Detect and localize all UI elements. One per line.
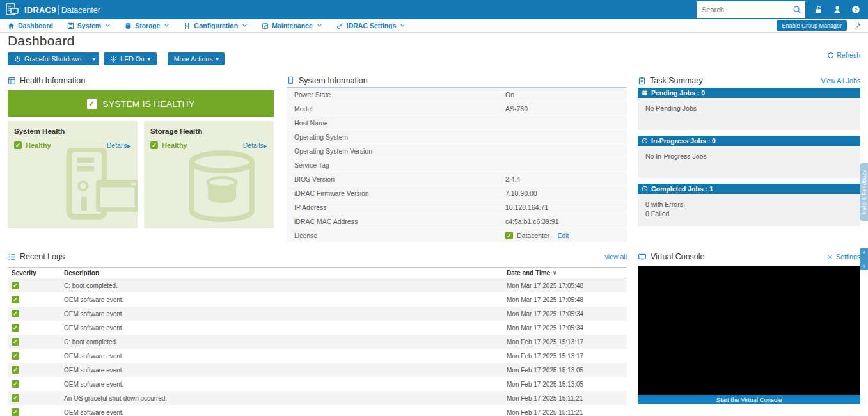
log-datetime: Mon Mar 17 2025 17:05:34 — [507, 310, 627, 317]
sysinfo-label: Operating System Version — [294, 147, 505, 155]
search-box[interactable] — [697, 1, 805, 18]
sysinfo-row-host-name: Host Name — [287, 116, 627, 130]
license-value: Datacenter — [517, 232, 549, 239]
health-panel-title: Health Information — [20, 76, 85, 85]
chevron-down-icon — [400, 22, 406, 29]
log-description: An OS graceful shut-down occurred. — [64, 395, 507, 402]
view-all-jobs-link[interactable]: View All Jobs — [821, 77, 860, 84]
recent-logs-panel: Recent Logs view all Severity Descriptio… — [8, 250, 627, 416]
severity-ok-icon: ✓ — [12, 408, 19, 416]
clock-icon — [642, 138, 648, 144]
start-virtual-console-button[interactable]: Start the Virtual Console — [638, 395, 860, 404]
clock-icon — [642, 186, 648, 192]
storage-health-check-icon: ✓ — [150, 141, 158, 149]
log-description: OEM software event. — [64, 296, 507, 303]
led-on-button[interactable]: LED On ▾ — [104, 52, 156, 65]
nav-item-dashboard[interactable]: Dashboard — [8, 22, 53, 29]
system-health-details-link[interactable]: Details▶ — [107, 141, 131, 149]
log-row[interactable]: ✓OEM software event.Mon Feb 17 2025 15:1… — [8, 405, 627, 416]
system-icon — [67, 22, 74, 29]
svg-text:?: ? — [855, 7, 858, 13]
task-section-title: Pending Jobs : 0 — [651, 89, 705, 97]
banner-check-icon: ✓ — [87, 99, 97, 109]
log-datetime: Mon Feb 17 2025 15:13:05 — [507, 381, 627, 388]
logs-col-datetime[interactable]: Date and Time ∨ — [507, 269, 627, 276]
unlock-icon[interactable] — [814, 5, 823, 14]
virtual-console-panel: Virtual Console Settings Start the Virtu… — [638, 250, 860, 404]
virtual-console-icon — [638, 253, 647, 261]
virtual-console-screen — [638, 266, 860, 395]
sysinfo-value: 10.128.164.71 — [505, 204, 548, 211]
system-health-check-icon: ✓ — [14, 141, 22, 149]
search-input[interactable] — [702, 6, 793, 13]
scroll-up-icon[interactable]: ∧ — [862, 250, 865, 255]
severity-ok-icon: ✓ — [12, 366, 19, 374]
task-section-header: In-Progress Jobs : 0 — [638, 136, 860, 146]
key-icon — [336, 22, 343, 29]
nav-item-maintenance[interactable]: Maintenance — [262, 22, 322, 29]
log-datetime: Mon Mar 17 2025 17:05:48 — [507, 282, 627, 289]
sysinfo-row-bios-version: BIOS Version2.4.4 — [287, 172, 627, 186]
nav-item-idrac-settings[interactable]: iDRAC Settings — [336, 22, 406, 29]
chevron-down-icon — [317, 22, 322, 29]
log-row[interactable]: ✓OEM software event.Mon Mar 17 2025 17:0… — [8, 321, 627, 335]
storage-watermark-icon — [184, 148, 260, 223]
log-datetime: Mon Feb 17 2025 15:13:17 — [507, 353, 627, 360]
log-description: C: boot completed. — [64, 282, 507, 289]
system-health-title: System Health — [14, 127, 131, 135]
main-nav: DashboardSystemStorageConfigurationMaint… — [0, 19, 868, 33]
enable-group-manager-button[interactable]: Enable Group Manager — [777, 20, 847, 31]
log-row[interactable]: ✓OEM software event.Mon Mar 17 2025 17:0… — [8, 307, 627, 321]
log-row[interactable]: ✓OEM software event.Mon Feb 17 2025 15:1… — [8, 363, 627, 377]
sysinfo-row-idrac-firmware-version: iDRAC Firmware Version7.10.90.00 — [287, 186, 627, 200]
help-feedback-tab[interactable]: Help & Feedback — [860, 163, 868, 221]
severity-ok-icon: ✓ — [12, 338, 19, 346]
severity-ok-icon: ✓ — [12, 352, 19, 360]
idrac-logo-icon — [5, 3, 19, 17]
system-info-icon — [287, 76, 295, 84]
task-section-completed-jobs: Completed Jobs : 10 with Errors0 Failed — [638, 184, 860, 226]
nav-item-configuration[interactable]: Configuration — [184, 22, 248, 29]
sort-chevron-icon: ∨ — [553, 270, 556, 276]
log-row[interactable]: ✓An OS graceful shut-down occurred.Mon F… — [8, 391, 627, 405]
graceful-shutdown-button[interactable]: Graceful Shutdown — [8, 52, 88, 65]
system-healthy-banner: ✓ SYSTEM IS HEALTHY — [8, 90, 274, 117]
chevron-down-icon — [164, 22, 170, 29]
log-row[interactable]: ✓C: boot completed.Mon Feb 17 2025 15:13… — [8, 335, 627, 349]
scroll-down-icon[interactable]: ∨ — [862, 264, 865, 269]
console-settings-link[interactable]: Settings — [826, 253, 860, 260]
user-icon[interactable] — [833, 5, 842, 14]
task-section-body: No Pending Jobs — [638, 98, 860, 130]
search-icon[interactable] — [793, 5, 801, 14]
graceful-shutdown-dropdown[interactable]: ▾ — [88, 52, 99, 65]
pin-icon[interactable] — [853, 22, 862, 30]
task-section-title: Completed Jobs : 1 — [651, 185, 713, 193]
log-row[interactable]: ✓OEM software event.Mon Mar 17 2025 17:0… — [8, 292, 627, 307]
scroll-widget[interactable]: ∧ ∨ — [860, 248, 868, 270]
log-row[interactable]: ✓OEM software event.Mon Feb 17 2025 15:1… — [8, 377, 627, 391]
task-section-title: In-Progress Jobs : 0 — [651, 137, 716, 145]
sysinfo-row-model: ModelAS-760 — [287, 102, 627, 116]
log-row[interactable]: ✓C: boot completed.Mon Mar 17 2025 17:05… — [8, 278, 627, 292]
led-icon — [110, 56, 117, 63]
more-actions-button[interactable]: More Actions ▾ — [168, 52, 225, 65]
sysinfo-label: Power State — [294, 91, 505, 99]
license-check-icon: ✓ — [505, 232, 513, 239]
logs-view-all-link[interactable]: view all — [605, 253, 627, 260]
sysinfo-row-power-state: Power StateOn — [287, 88, 627, 102]
nav-item-system[interactable]: System — [67, 22, 111, 29]
storage-health-title: Storage Health — [150, 127, 267, 135]
task-section-header: Pending Jobs : 0 — [638, 88, 860, 98]
help-icon[interactable]: ? — [851, 5, 860, 14]
task-summary-panel: Task Summary View All Jobs Pending Jobs … — [638, 74, 860, 232]
task-section-body: 0 with Errors0 Failed — [638, 194, 860, 226]
sysinfo-label: iDRAC MAC Address — [294, 218, 505, 225]
log-row[interactable]: ✓OEM software event.Mon Feb 17 2025 15:1… — [8, 349, 627, 363]
license-edit-link[interactable]: Edit — [557, 232, 569, 239]
system-health-status: Healthy — [26, 141, 51, 149]
sysinfo-value: 7.10.90.00 — [505, 189, 537, 197]
nav-item-storage[interactable]: Storage — [125, 22, 170, 29]
storage-health-details-link[interactable]: Details▶ — [243, 141, 267, 149]
nav-item-label: System — [77, 22, 101, 29]
refresh-link[interactable]: Refresh — [827, 51, 860, 59]
